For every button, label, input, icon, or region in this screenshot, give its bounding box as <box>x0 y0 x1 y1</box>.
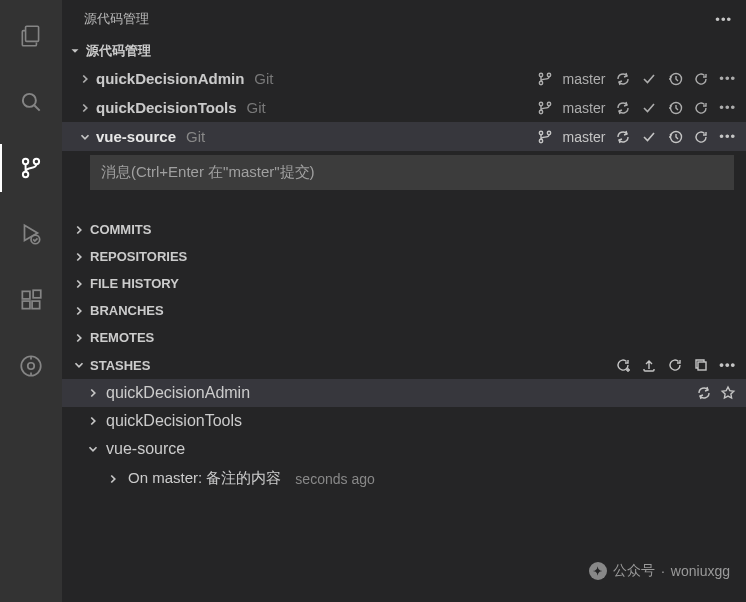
chevron-right-icon <box>86 386 100 400</box>
stash-repo-row[interactable]: quickDecisionTools <box>62 407 746 435</box>
section-commits[interactable]: COMMITS <box>62 216 746 243</box>
repo-name: quickDecisionAdmin <box>96 70 244 87</box>
svg-rect-7 <box>22 301 30 309</box>
chevron-right-icon <box>72 331 86 345</box>
sidebar-title: 源代码管理 <box>84 10 149 28</box>
source-control-icon[interactable] <box>7 144 55 192</box>
stash-repo-name: quickDecisionTools <box>106 412 242 430</box>
gitlens-icon[interactable] <box>7 342 55 390</box>
push-icon[interactable] <box>641 357 657 373</box>
stashes-actions: ••• <box>615 357 736 373</box>
repo-name: vue-source <box>96 128 176 145</box>
sync-icon[interactable] <box>615 71 631 87</box>
repo-type: Git <box>254 70 273 87</box>
sync-icon[interactable] <box>615 129 631 145</box>
svg-rect-0 <box>26 26 39 41</box>
chevron-down-icon <box>78 130 92 144</box>
svg-point-14 <box>547 73 550 76</box>
repo-actions: master ••• <box>537 100 736 116</box>
star-icon[interactable] <box>720 385 736 401</box>
chevron-right-icon <box>106 472 120 486</box>
check-icon[interactable] <box>641 71 657 87</box>
section-branches[interactable]: BRANCHES <box>62 297 746 324</box>
extensions-icon[interactable] <box>7 276 55 324</box>
svg-rect-6 <box>22 291 30 299</box>
chevron-right-icon <box>86 414 100 428</box>
svg-point-13 <box>539 81 542 84</box>
repo-actions: master ••• <box>537 71 736 87</box>
svg-point-16 <box>539 102 542 105</box>
branch-icon[interactable] <box>537 129 553 145</box>
history-icon[interactable] <box>667 71 683 87</box>
repo-actions: master ••• <box>537 129 736 145</box>
explorer-icon[interactable] <box>7 12 55 60</box>
check-icon[interactable] <box>641 100 657 116</box>
chevron-right-icon <box>78 101 92 115</box>
chevron-right-icon <box>72 304 86 318</box>
stash-add-icon[interactable] <box>615 357 631 373</box>
section-label: FILE HISTORY <box>90 276 179 291</box>
section-repositories[interactable]: REPOSITORIES <box>62 243 746 270</box>
repo-type: Git <box>247 99 266 116</box>
repo-row[interactable]: quickDecisionTools Git master ••• <box>62 93 746 122</box>
svg-rect-24 <box>698 362 706 370</box>
branch-icon[interactable] <box>537 71 553 87</box>
more-icon[interactable]: ••• <box>719 71 736 86</box>
watermark-sep: · <box>661 563 665 579</box>
svg-point-3 <box>23 159 28 164</box>
branch-name: master <box>563 100 606 116</box>
refresh-icon[interactable] <box>693 100 709 116</box>
stash-repo-row[interactable]: quickDecisionAdmin <box>62 379 746 407</box>
search-icon[interactable] <box>7 78 55 126</box>
refresh-icon[interactable] <box>667 357 683 373</box>
stash-entry-time: seconds ago <box>295 471 374 487</box>
svg-rect-8 <box>32 301 40 309</box>
wechat-icon: ✦ <box>589 562 607 580</box>
more-icon[interactable]: ••• <box>715 12 732 27</box>
section-label: REPOSITORIES <box>90 249 187 264</box>
repo-row[interactable]: quickDecisionAdmin Git master ••• <box>62 64 746 93</box>
copy-icon[interactable] <box>693 357 709 373</box>
chevron-right-icon <box>78 72 92 86</box>
more-icon[interactable]: ••• <box>719 129 736 144</box>
chevron-down-icon <box>72 358 86 372</box>
stash-repo-row[interactable]: vue-source <box>62 435 746 463</box>
repo-row[interactable]: vue-source Git master ••• <box>62 122 746 151</box>
branch-name: master <box>563 71 606 87</box>
history-icon[interactable] <box>667 129 683 145</box>
repo-type: Git <box>186 128 205 145</box>
chevron-right-icon <box>72 250 86 264</box>
stash-entry[interactable]: On master: 备注的内容 seconds ago <box>62 463 746 494</box>
more-icon[interactable]: ••• <box>719 357 736 373</box>
section-remotes[interactable]: REMOTES <box>62 324 746 351</box>
repo-name: quickDecisionTools <box>96 99 237 116</box>
watermark: ✦ 公众号 · woniuxgg <box>589 562 730 580</box>
chevron-right-icon <box>72 277 86 291</box>
section-stashes[interactable]: STASHES ••• <box>62 351 746 379</box>
svg-rect-9 <box>33 290 41 298</box>
sync-icon[interactable] <box>696 385 712 401</box>
watermark-prefix: 公众号 <box>613 562 655 580</box>
history-icon[interactable] <box>667 100 683 116</box>
scm-section-header[interactable]: 源代码管理 <box>62 38 746 64</box>
more-icon[interactable]: ••• <box>719 100 736 115</box>
svg-point-12 <box>539 73 542 76</box>
refresh-icon[interactable] <box>693 71 709 87</box>
sync-icon[interactable] <box>615 100 631 116</box>
activity-bar <box>0 0 62 602</box>
run-debug-icon[interactable] <box>7 210 55 258</box>
refresh-icon[interactable] <box>693 129 709 145</box>
svg-point-17 <box>539 110 542 113</box>
svg-point-2 <box>34 159 39 164</box>
watermark-name: woniuxgg <box>671 563 730 579</box>
scm-section-label: 源代码管理 <box>86 42 151 60</box>
branch-icon[interactable] <box>537 100 553 116</box>
section-file-history[interactable]: FILE HISTORY <box>62 270 746 297</box>
stash-repo-actions <box>696 385 736 401</box>
check-icon[interactable] <box>641 129 657 145</box>
stash-entry-label: On master: 备注的内容 <box>128 469 281 488</box>
section-label: REMOTES <box>90 330 154 345</box>
svg-point-20 <box>539 131 542 134</box>
commit-message-input[interactable]: 消息(Ctrl+Enter 在"master"提交) <box>90 155 734 190</box>
scm-sidebar: 源代码管理 ••• 源代码管理 quickDecisionAdmin Git m… <box>62 0 746 602</box>
